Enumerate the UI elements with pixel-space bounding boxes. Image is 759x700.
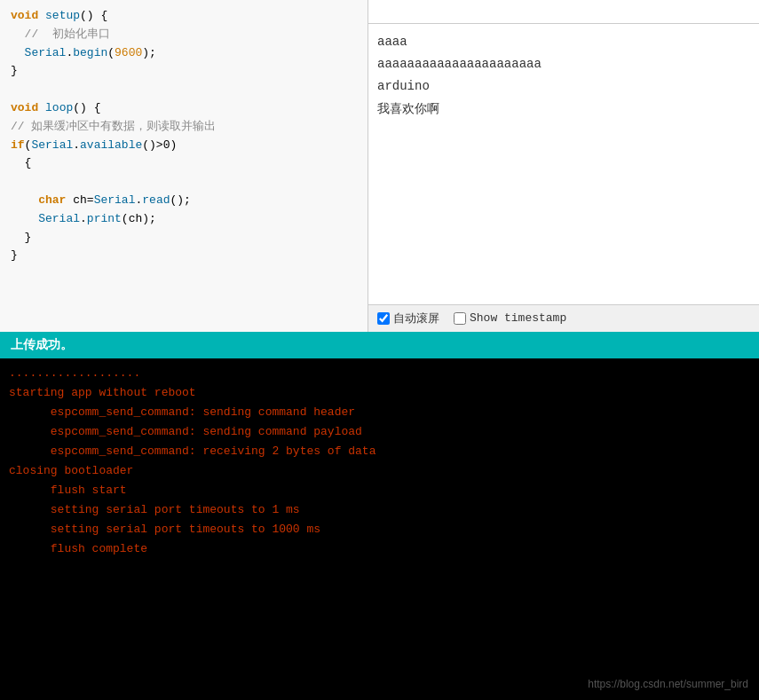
console-section: ................... starting app without… xyxy=(0,358,759,701)
app: void setup() { // 初始化串口 Serial.begin(960… xyxy=(0,0,759,700)
console-line: espcomm_send_command: sending command pa… xyxy=(9,422,750,442)
console-line: setting serial port timeouts to 1 ms xyxy=(9,500,750,520)
watermark: https://blog.csdn.net/summer_bird xyxy=(588,675,748,693)
console-line: flush start xyxy=(9,481,750,500)
autoscroll-label: 自动滚屏 xyxy=(393,311,439,326)
console-line: setting serial port timeouts to 1000 ms xyxy=(9,520,750,539)
code-line xyxy=(11,81,357,99)
serial-footer: 自动滚屏 Show timestamp xyxy=(368,304,759,332)
serial-output-line: aaaa xyxy=(377,31,750,53)
code-editor: void setup() { // 初始化串口 Serial.begin(960… xyxy=(0,0,368,332)
code-line: void loop() { xyxy=(11,99,357,118)
console-line: closing bootloader xyxy=(9,461,750,481)
console-line: ................... xyxy=(9,364,750,383)
serial-output-line: aaaaaaaaaaaaaaaaaaaaaa xyxy=(377,53,750,75)
code-line: // 初始化串口 xyxy=(11,26,357,44)
code-line: } xyxy=(11,247,357,265)
code-line: void setup() { xyxy=(11,7,357,26)
code-line xyxy=(11,173,357,192)
status-text: 上传成功。 xyxy=(11,338,73,352)
timestamp-checkbox[interactable] xyxy=(454,312,466,325)
serial-input[interactable] xyxy=(374,5,754,19)
console-line: flush complete xyxy=(9,539,750,559)
console-line: starting app without reboot xyxy=(9,383,750,403)
console-line: espcomm_send_command: sending command he… xyxy=(9,403,750,422)
timestamp-wrapper: Show timestamp xyxy=(454,311,566,325)
serial-input-bar xyxy=(368,0,759,24)
code-line: } xyxy=(11,62,357,81)
autoscroll-wrapper: 自动滚屏 xyxy=(377,311,439,326)
timestamp-label: Show timestamp xyxy=(470,311,566,325)
serial-output: aaaa aaaaaaaaaaaaaaaaaaaaaa arduino 我喜欢你… xyxy=(368,24,759,304)
code-line: { xyxy=(11,154,357,173)
serial-output-line: 我喜欢你啊 xyxy=(377,98,750,121)
code-line: Serial.print(ch); xyxy=(11,210,357,229)
top-section: void setup() { // 初始化串口 Serial.begin(960… xyxy=(0,0,759,332)
status-bar: 上传成功。 xyxy=(0,332,759,358)
code-line: } xyxy=(11,229,357,248)
serial-output-line: arduino xyxy=(377,75,750,98)
code-line: char ch=Serial.read(); xyxy=(11,192,357,210)
autoscroll-checkbox[interactable] xyxy=(377,312,390,325)
serial-monitor: aaaa aaaaaaaaaaaaaaaaaaaaaa arduino 我喜欢你… xyxy=(368,0,759,332)
code-line: if(Serial.available()>0) xyxy=(11,137,357,155)
console-line: espcomm_send_command: receiving 2 bytes … xyxy=(9,442,750,461)
code-line: // 如果缓冲区中有数据，则读取并输出 xyxy=(11,118,357,137)
code-line: Serial.begin(9600); xyxy=(11,44,357,63)
